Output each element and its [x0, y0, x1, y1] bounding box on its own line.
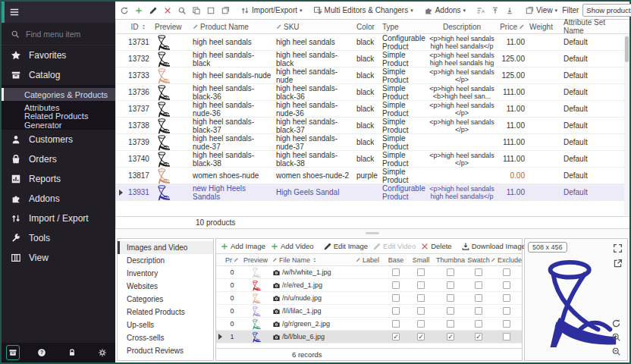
collapse-rows-button[interactable] [504, 5, 515, 17]
filter-select[interactable]: Show products from selected categories▾ [582, 4, 631, 17]
column-header-id[interactable]: ID [125, 23, 152, 31]
column-header-base[interactable]: Base [385, 256, 407, 264]
column-header-position[interactable]: Pr [224, 256, 240, 264]
hamburger-icon[interactable] [9, 7, 20, 17]
tab-related-products[interactable]: Related Products [118, 306, 213, 318]
import-export-menu[interactable]: Import/Export▾ [240, 5, 303, 17]
exclude-checkbox[interactable] [503, 307, 510, 315]
exclude-checkbox[interactable] [503, 281, 510, 289]
sidebar-item-import-export[interactable]: Import / Export [2, 209, 115, 228]
column-header-exclude[interactable]: Exclude [491, 256, 522, 264]
delete-image-button[interactable]: Delete [419, 240, 452, 253]
column-header-sku[interactable]: SKU [274, 23, 354, 31]
column-header-small[interactable]: Small [407, 256, 435, 264]
sidebar-item-catalog[interactable]: Catalog [2, 65, 115, 85]
column-header-description[interactable]: Description [427, 23, 497, 31]
column-header-label[interactable]: Label [354, 256, 385, 264]
sidebar-item-related-products-generator[interactable]: Related Products Generator [2, 114, 115, 127]
image-row[interactable]: 0 /l/i/lilac_1.jpg [216, 305, 522, 318]
table-row[interactable]: 13738 high heel sandals-black-37 high he… [116, 118, 629, 134]
table-row[interactable]: 13736 high heel sandals-black-36 high he… [116, 84, 629, 101]
table-row[interactable]: 13732 high heel sandals-black high heel … [116, 51, 629, 67]
menu-search-input[interactable] [26, 30, 102, 39]
swatch-checkbox[interactable] [475, 333, 482, 340]
column-header-type[interactable]: Type [380, 23, 427, 31]
scrollbar-thumb[interactable] [625, 36, 629, 62]
small-checkbox[interactable] [417, 281, 425, 289]
small-checkbox[interactable] [417, 320, 425, 328]
thumbnail-checkbox[interactable] [447, 320, 454, 328]
column-header-preview[interactable]: Preview [152, 23, 190, 31]
panel-splitter[interactable] [115, 229, 629, 237]
view-menu[interactable]: View▾ [524, 5, 558, 17]
base-checkbox[interactable] [392, 268, 400, 276]
store-button[interactable] [6, 345, 20, 360]
tab-product-reviews[interactable]: Product Reviews [118, 344, 213, 357]
sidebar-item-favorites[interactable]: Favorites [2, 46, 115, 65]
add-image-button[interactable]: Add Image [219, 240, 266, 253]
refresh-button[interactable] [119, 5, 130, 17]
thumbnail-checkbox[interactable] [447, 307, 454, 315]
small-checkbox[interactable] [417, 333, 425, 340]
sidebar-item-customers[interactable]: Customers [2, 130, 115, 149]
image-row[interactable]: 0 /g/r/green_2.jpg [216, 318, 522, 331]
column-header-product-name[interactable]: Product Name [190, 23, 274, 31]
add-button[interactable] [133, 5, 144, 17]
grid-scrollbar[interactable] [624, 35, 629, 215]
thumbnail-checkbox[interactable] [447, 268, 454, 276]
tab-categories[interactable]: Categories [118, 293, 213, 306]
copy-button[interactable] [191, 5, 202, 17]
tab-websites[interactable]: Websites [118, 280, 213, 293]
lock-button[interactable] [64, 348, 80, 357]
thumbnail-checkbox[interactable] [447, 333, 454, 340]
sidebar-item-view[interactable]: View [2, 248, 115, 268]
sidebar-item-addons[interactable]: Addons [2, 189, 115, 209]
column-header-attribute-set[interactable]: Attribute Set Name [553, 18, 629, 35]
small-checkbox[interactable] [417, 307, 425, 315]
edit-button[interactable] [148, 5, 159, 17]
table-row[interactable]: 13737 high heel sandals-nude-36 high hee… [116, 101, 629, 118]
table-row[interactable]: 13731 high heel sandals high heel sandal… [116, 34, 629, 51]
table-row[interactable]: 13740 high heel sandals-black-38 high he… [116, 151, 629, 168]
multi-editors-menu[interactable]: Multi Editors & Changers▾ [312, 5, 414, 17]
swatch-checkbox[interactable] [475, 281, 482, 289]
tab-up-sells[interactable]: Up-sells [118, 318, 213, 331]
image-row[interactable]: 0 /n/u/nude.jpg [216, 292, 522, 305]
tab-cross-sells[interactable]: Cross-sells [118, 331, 213, 344]
search-button[interactable] [177, 5, 187, 17]
thumbnail-checkbox[interactable] [447, 294, 454, 302]
tab-description[interactable]: Description [118, 254, 213, 267]
download-image-button[interactable]: Download Image [460, 240, 526, 253]
sidebar-item-orders[interactable]: Orders [2, 149, 115, 169]
delete-button[interactable] [162, 5, 173, 17]
column-header-swatch[interactable]: Swatch [466, 256, 491, 264]
small-checkbox[interactable] [417, 294, 425, 302]
zoom-out-icon[interactable] [611, 347, 621, 356]
image-row[interactable]: 1 /b/l/blue_6.jpg [216, 331, 522, 344]
sort-button[interactable] [476, 5, 486, 17]
base-checkbox[interactable] [392, 333, 400, 340]
swatch-checkbox[interactable] [475, 320, 482, 328]
table-row[interactable]: 13739 high heel sandals-nude-37 high hee… [116, 134, 629, 151]
image-row[interactable]: 0 /r/e/red_1.jpg [216, 279, 522, 292]
rotate-icon[interactable] [611, 318, 621, 328]
image-row[interactable]: 0 /w/h/white_1.jpg [216, 266, 522, 279]
column-header-file-name[interactable]: File Name [271, 256, 354, 264]
help-button[interactable] [33, 348, 50, 357]
table-row[interactable]: 13817 women shoes-nude women shoes-nude-… [116, 168, 629, 184]
thumbnail-checkbox[interactable] [447, 281, 454, 289]
swatch-checkbox[interactable] [475, 307, 482, 315]
exclude-checkbox[interactable] [503, 320, 510, 328]
column-header-preview[interactable]: Preview [240, 256, 271, 264]
tab-images-and-video[interactable]: Images and Video [118, 241, 213, 254]
sidebar-item-reports[interactable]: Reports [2, 169, 115, 189]
column-header-thumbnail[interactable]: Thumbna [435, 256, 466, 264]
column-header-color[interactable]: Color [354, 23, 380, 31]
select-button[interactable] [206, 5, 216, 17]
edit-image-button[interactable]: Edit Image [322, 240, 369, 253]
addons-menu[interactable]: Addons▾ [423, 5, 466, 17]
tab-inventory[interactable]: Inventory [118, 267, 213, 280]
table-row[interactable]: 13733 high heel sandals-nude high heel s… [116, 67, 629, 84]
base-checkbox[interactable] [392, 307, 400, 315]
settings-button[interactable] [94, 348, 111, 357]
